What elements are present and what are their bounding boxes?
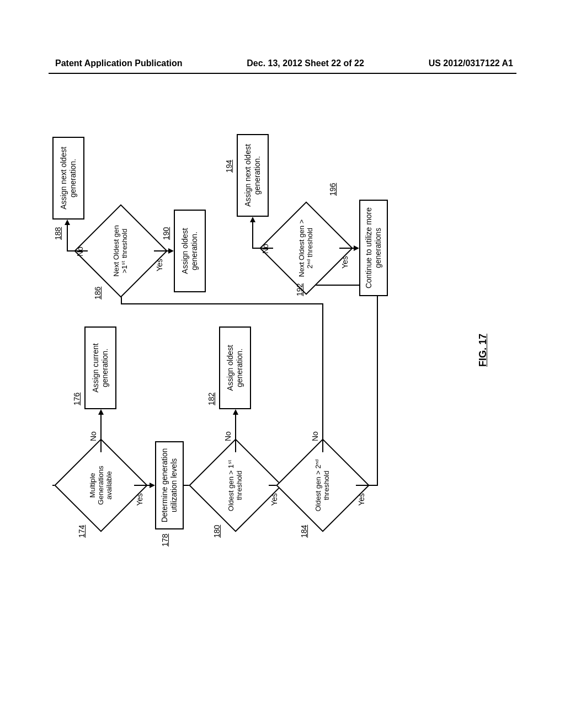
ref-178: 178 — [161, 534, 169, 547]
ref-174: 174 — [77, 525, 86, 538]
connector — [339, 248, 355, 249]
connector — [154, 250, 169, 251]
ref-182: 182 — [207, 393, 216, 405]
process-text: Determine generation utilization levels — [160, 445, 179, 526]
decision-oldest-1st: Oldest gen > 1ˢᵗ threshold — [202, 452, 269, 518]
ref-186: 186 — [93, 287, 102, 299]
decision-oldest-2nd: Oldest gen > 2ⁿᵈ threshold — [290, 452, 356, 518]
process-assign-next-oldest-194: Assign next oldest generation. — [237, 134, 269, 217]
edge-label-no: No — [311, 431, 319, 441]
header-rule — [49, 73, 516, 74]
connector — [67, 224, 68, 251]
arrow-head-icon — [354, 245, 359, 251]
edge-label-no: No — [76, 247, 84, 256]
decision-text: Multiple Generations available — [89, 455, 114, 516]
connector — [100, 414, 102, 452]
connector — [322, 303, 323, 452]
arrow-head-icon — [98, 409, 104, 415]
decision-text: Oldest gen > 2ⁿᵈ threshold — [315, 455, 331, 516]
edge-label-yes: Yes — [270, 493, 279, 506]
connector — [252, 221, 253, 249]
connector — [235, 414, 236, 452]
connector — [134, 485, 151, 486]
decision-text: Next Oldest gen >1ˢᵗ threshold — [113, 221, 129, 281]
ref-194: 194 — [225, 160, 233, 173]
flowchart-fig-17: Multiple Generations available 174 No As… — [52, 135, 516, 571]
arrow-head-icon — [150, 483, 155, 488]
process-text: Assign current generation. — [91, 330, 110, 406]
edge-label-no: No — [261, 244, 270, 254]
connector — [356, 485, 378, 486]
header-right: US 2012/0317122 A1 — [429, 58, 513, 68]
ref-196: 196 — [328, 183, 337, 196]
connector — [67, 250, 88, 251]
decision-next-oldest-1st: Next Oldest gen >1ˢᵗ threshold — [88, 218, 154, 284]
edge-label-yes: Yes — [155, 259, 164, 271]
process-text: Assign next oldest generation. — [59, 140, 78, 216]
arrow-head-icon — [168, 248, 174, 254]
process-assign-next-oldest-188: Assign next oldest generation. — [52, 137, 84, 220]
ref-180: 180 — [212, 525, 221, 538]
arrow-head-icon — [65, 220, 70, 225]
process-text: Assign oldest generation. — [180, 213, 199, 289]
decision-next-oldest-2nd: Next Oldest gen > 2ⁿᵈ threshold — [273, 215, 339, 281]
process-assign-current-gen: Assign current generation. — [84, 326, 116, 409]
ref-188: 188 — [54, 227, 62, 240]
edge-label-no: No — [223, 431, 232, 441]
process-continue-utilize: Continue to utilize more generations — [359, 200, 388, 296]
page-header: Patent Application Publication Dec. 13, … — [0, 0, 565, 68]
connector — [252, 248, 273, 249]
header-center: Dec. 13, 2012 Sheet 22 of 22 — [247, 58, 364, 68]
edge-label-no: No — [89, 431, 98, 441]
process-text: Assign oldest generation. — [226, 330, 244, 406]
edge-label-yes: Yes — [357, 493, 366, 506]
figure-label: FIG. 17 — [477, 334, 489, 367]
process-text: Continue to utilize more generations — [364, 203, 383, 293]
arrow-head-icon — [250, 217, 255, 222]
process-assign-oldest-190: Assign oldest generation. — [174, 210, 206, 292]
edge-label-yes: Yes — [135, 493, 144, 506]
edge-label-yes: Yes — [340, 256, 349, 269]
connector — [377, 285, 378, 486]
ref-176: 176 — [72, 393, 81, 405]
decision-text: Oldest gen > 1ˢᵗ threshold — [227, 455, 244, 516]
process-assign-oldest-182: Assign oldest generation. — [219, 326, 251, 409]
decision-multiple-generations: Multiple Generations available — [68, 452, 134, 518]
arrow-head-icon — [233, 409, 238, 415]
decision-text: Next Oldest gen > 2ⁿᵈ threshold — [298, 218, 315, 279]
process-determine-utilization: Determine generation utilization levels — [155, 441, 184, 529]
ref-190: 190 — [162, 227, 170, 240]
ref-184: 184 — [300, 525, 308, 538]
header-left: Patent Application Publication — [55, 58, 183, 68]
process-text: Assign next oldest generation. — [243, 137, 262, 213]
connector — [121, 303, 323, 304]
ref-192: 192 — [295, 283, 304, 296]
